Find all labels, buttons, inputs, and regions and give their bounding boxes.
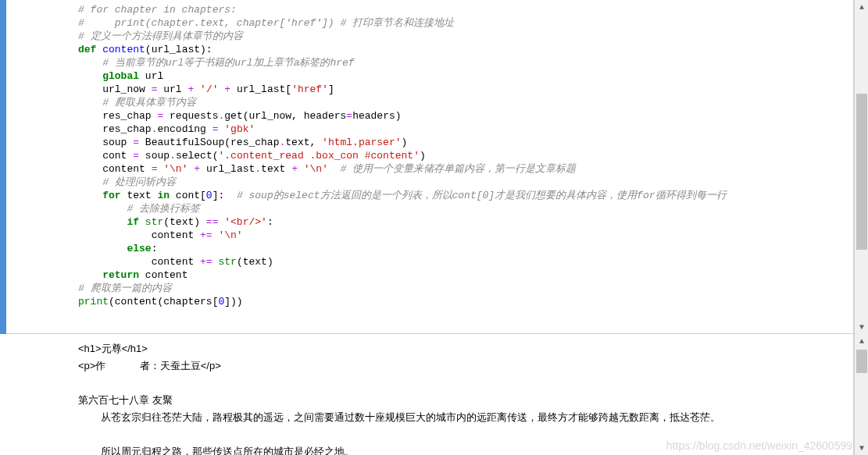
code-token: .: [255, 163, 261, 175]
code-token: # print(chapter.text, chapter['href']) #…: [78, 17, 454, 29]
scroll-down-icon[interactable]: ▼: [855, 320, 868, 334]
code-token: cont[: [170, 190, 206, 201]
code-token: content: [139, 269, 188, 281]
code-token: content: [102, 163, 151, 175]
output-panel[interactable]: <h1>元尊</h1><p>作 者：天蚕土豆</p> 第六百七十八章 友聚 从苍…: [6, 334, 854, 455]
output-scrollbar[interactable]: ▲ ▼: [854, 334, 868, 455]
code-line: else:: [78, 242, 853, 255]
code-token: 'html.parser': [322, 137, 401, 148]
code-token: ]:: [213, 190, 237, 201]
code-line: content = '\n' + url_last.text + '\n' # …: [78, 162, 853, 176]
code-token: global: [102, 70, 139, 82]
code-token: requests: [163, 110, 218, 122]
code-token: ): [420, 150, 426, 162]
code-line: url_now = url + '/' + url_last['href']: [78, 83, 853, 96]
code-line: print(content(chapters[0])): [78, 295, 853, 308]
code-line: def content(url_last):: [78, 43, 853, 56]
code-token: (content(chapters[: [109, 296, 218, 307]
code-token: =: [133, 150, 139, 162]
code-token: # 去除换行标签: [127, 203, 200, 215]
code-token: content: [152, 229, 200, 241]
code-token: [139, 216, 145, 228]
code-line: res_chap.encoding = 'gbk': [78, 123, 853, 136]
code-token: # 使用一个变量来储存单篇内容，第一行是文章标题: [341, 163, 577, 175]
code-line: for text in cont[0]: # soup的select方法返回的是…: [78, 189, 853, 202]
code-token: '\n': [213, 229, 243, 241]
code-token: content: [152, 256, 200, 268]
code-token: +: [224, 84, 230, 95]
code-token: for: [102, 190, 120, 201]
code-line: if str(text) == '<br/>':: [78, 215, 853, 229]
code-line: # 爬取第一篇的内容: [78, 282, 853, 295]
code-token: (text): [163, 216, 206, 228]
output-line: 第六百七十八章 友聚: [78, 392, 853, 409]
code-token: ]: [328, 84, 334, 95]
code-token: [328, 163, 341, 175]
code-token: :: [152, 243, 158, 254]
code-token: =: [133, 137, 139, 148]
code-token: ==: [206, 216, 219, 228]
code-line: soup = BeautifulSoup(res_chap.text, 'htm…: [78, 136, 853, 149]
code-token: headers): [352, 110, 401, 122]
code-line: cont = soup.select('.content_read .box_c…: [78, 149, 853, 162]
output-line: [78, 426, 853, 443]
code-line: res_chap = requests.get(url_now, headers…: [78, 109, 853, 123]
code-token: text: [261, 163, 291, 175]
code-line: # for chapter in chapters:: [78, 3, 853, 16]
scroll-thumb[interactable]: [856, 94, 867, 250]
code-line: # 爬取具体章节内容: [78, 96, 853, 109]
code-token: url: [157, 84, 188, 95]
code-token: res_chap: [102, 110, 157, 122]
code-token: :: [267, 216, 273, 228]
code-token: # 爬取具体章节内容: [102, 97, 196, 108]
code-token: # 定义一个方法得到具体章节的内容: [78, 30, 243, 42]
gutter-highlight: [0, 0, 6, 334]
scroll-down-icon[interactable]: ▼: [855, 441, 868, 455]
code-editor[interactable]: # for chapter in chapters:# print(chapte…: [6, 0, 854, 334]
scroll-thumb[interactable]: [856, 350, 867, 373]
code-token: url_last: [200, 163, 255, 175]
code-token: str: [218, 256, 236, 268]
scroll-up-icon[interactable]: ▲: [855, 334, 868, 348]
code-token: soup: [139, 150, 170, 162]
code-token: cont: [102, 150, 133, 162]
code-token: encoding: [157, 123, 212, 135]
code-token: # for chapter in chapters:: [78, 4, 237, 16]
code-line: # print(chapter.text, chapter['href']) #…: [78, 16, 853, 30]
code-token: +: [194, 163, 200, 175]
code-token: # 爬取第一篇的内容: [78, 283, 172, 294]
code-token: text: [121, 190, 158, 201]
code-line: # 去除换行标签: [78, 202, 853, 215]
code-token: content: [102, 44, 145, 55]
code-token: # soup的select方法返回的是一个列表，所以cont[0]才是我们想要的…: [237, 190, 727, 201]
code-token: ])): [224, 296, 242, 307]
code-token: +=: [200, 256, 213, 268]
code-line: # 当前章节的url等于书籍的url加上章节a标签的href: [78, 56, 853, 69]
code-token: 'href': [291, 84, 328, 95]
code-token: url: [139, 70, 163, 82]
code-token: '\n': [157, 163, 194, 175]
code-token: return: [102, 269, 139, 281]
code-token: ): [402, 137, 408, 148]
output-line: <p>作 者：天蚕土豆</p>: [78, 357, 853, 375]
code-token: '<br/>': [218, 216, 266, 228]
code-token: '\n': [298, 163, 328, 175]
code-line: global url: [78, 69, 853, 83]
scroll-up-icon[interactable]: ▲: [855, 0, 868, 14]
code-token: +=: [200, 229, 213, 241]
code-line: # 定义一个方法得到具体章节的内容: [78, 30, 853, 43]
code-token: +: [291, 163, 298, 175]
code-token: select(: [176, 150, 219, 162]
output-line: <h1>元尊</h1>: [78, 340, 853, 357]
output-line: [78, 375, 853, 392]
code-line: # 处理问斩内容: [78, 176, 853, 189]
code-token: print: [78, 296, 109, 307]
output-line: 所以周元归程之路，那些传送点所在的城市是必经之地。: [78, 443, 853, 455]
code-token: # 处理问斩内容: [102, 176, 176, 188]
code-token: (text): [237, 256, 273, 268]
code-scrollbar[interactable]: ▲ ▼: [854, 0, 868, 334]
code-line: content += '\n': [78, 229, 853, 242]
code-line: content += str(text): [78, 255, 853, 268]
code-token: '.content_read .box_con #content': [218, 150, 419, 162]
code-token: url_now: [102, 84, 151, 95]
